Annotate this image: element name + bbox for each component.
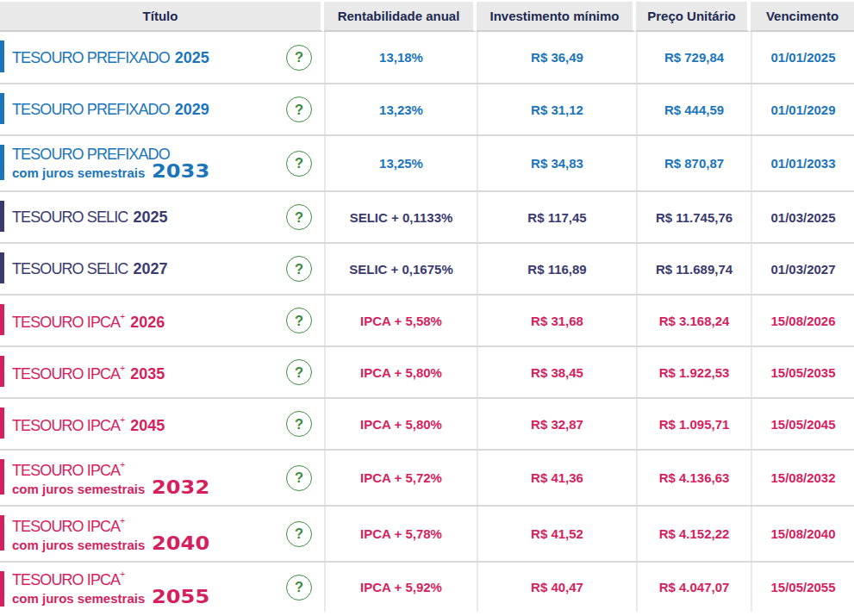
plus-superscript: + bbox=[120, 312, 125, 321]
help-icon[interactable]: ? bbox=[286, 204, 312, 230]
bond-year: 2025 bbox=[175, 49, 209, 66]
bond-row[interactable]: TESOURO PREFIXADO 2025?13,18%R$ 36,49R$ … bbox=[0, 32, 854, 83]
bond-year: 2045 bbox=[130, 417, 165, 434]
unit-price: R$ 4.152,22 bbox=[636, 507, 751, 561]
help-icon[interactable]: ? bbox=[286, 308, 312, 333]
plus-superscript: + bbox=[120, 364, 125, 373]
help-icon[interactable]: ? bbox=[286, 45, 312, 71]
unit-price: R$ 1.922,53 bbox=[636, 347, 751, 397]
annual-rate: 13,25% bbox=[324, 136, 477, 190]
bond-name: TESOURO PREFIXADO 2029 bbox=[0, 101, 209, 118]
row-accent-bar bbox=[0, 515, 4, 551]
row-accent-bar bbox=[0, 356, 4, 387]
bond-title-cell: TESOURO IPCA+ 2026? bbox=[0, 296, 324, 345]
plus-superscript: + bbox=[120, 460, 125, 470]
min-investment: R$ 116,89 bbox=[477, 244, 636, 294]
bond-row[interactable]: TESOURO IPCA+com juros semestrais 2055?I… bbox=[0, 561, 854, 616]
help-icon[interactable]: ? bbox=[286, 411, 312, 437]
unit-price: R$ 3.168,24 bbox=[636, 296, 751, 345]
bond-title-cell: TESOURO PREFIXADO 2025? bbox=[0, 32, 324, 83]
unit-price: R$ 1.095,71 bbox=[636, 399, 751, 449]
row-accent-bar bbox=[0, 40, 4, 72]
min-investment: R$ 32,87 bbox=[477, 399, 636, 449]
column-header-investimento: Investimento mínimo bbox=[477, 2, 636, 32]
bond-year: 2025 bbox=[133, 208, 167, 226]
bond-name: TESOURO IPCA+ 2045 bbox=[0, 414, 165, 434]
bond-year: 2055 bbox=[152, 588, 209, 606]
table-body: TESOURO PREFIXADO 2025?13,18%R$ 36,49R$ … bbox=[0, 32, 854, 616]
row-accent-bar bbox=[0, 201, 4, 232]
unit-price: R$ 11.689,74 bbox=[636, 244, 751, 294]
plus-superscript: + bbox=[120, 569, 125, 579]
bond-table: Título Rentabilidade anual Investimento … bbox=[0, 0, 854, 616]
bond-title-cell: TESOURO PREFIXADO 2029? bbox=[0, 84, 324, 134]
bond-row[interactable]: TESOURO SELIC 2025?SELIC + 0,1133%R$ 117… bbox=[0, 190, 854, 242]
maturity-date: 01/01/2033 bbox=[751, 136, 854, 190]
bond-row[interactable]: TESOURO PREFIXADOcom juros semestrais 20… bbox=[0, 134, 854, 190]
help-icon[interactable]: ? bbox=[286, 151, 312, 177]
bond-title-cell: TESOURO IPCA+com juros semestrais 2055? bbox=[0, 563, 324, 612]
unit-price: R$ 444,59 bbox=[636, 84, 751, 134]
maturity-date: 15/08/2032 bbox=[751, 451, 854, 505]
annual-rate: SELIC + 0,1133% bbox=[324, 192, 477, 242]
bond-name: TESOURO PREFIXADO 2025 bbox=[0, 49, 209, 66]
maturity-date: 15/08/2026 bbox=[751, 296, 854, 345]
help-icon[interactable]: ? bbox=[286, 359, 312, 385]
row-accent-bar bbox=[0, 408, 4, 439]
unit-price: R$ 4.136,63 bbox=[636, 451, 751, 505]
bond-subtitle: com juros semestrais 2055 bbox=[12, 588, 203, 607]
min-investment: R$ 31,12 bbox=[477, 84, 636, 134]
bond-row[interactable]: TESOURO IPCA+ 2026?IPCA + 5,58%R$ 31,68R… bbox=[0, 294, 854, 345]
min-investment: R$ 41,52 bbox=[477, 507, 636, 561]
bond-row[interactable]: TESOURO PREFIXADO 2029?13,23%R$ 31,12R$ … bbox=[0, 83, 854, 134]
min-investment: R$ 117,45 bbox=[477, 192, 636, 242]
row-accent-bar bbox=[0, 252, 4, 283]
bond-year: 2035 bbox=[130, 365, 165, 383]
annual-rate: SELIC + 0,1675% bbox=[324, 244, 477, 294]
unit-price: R$ 870,87 bbox=[636, 136, 751, 190]
bond-title-cell: TESOURO IPCA+ 2045? bbox=[0, 399, 324, 449]
row-accent-bar bbox=[0, 93, 4, 124]
bond-row[interactable]: TESOURO IPCA+com juros semestrais 2032?I… bbox=[0, 449, 854, 505]
unit-price: R$ 729,84 bbox=[636, 32, 751, 83]
annual-rate: 13,18% bbox=[324, 32, 477, 83]
annual-rate: 13,23% bbox=[324, 84, 477, 134]
help-icon[interactable]: ? bbox=[286, 96, 312, 122]
bond-name: TESOURO SELIC 2027 bbox=[0, 260, 167, 277]
bond-name: TESOURO PREFIXADOcom juros semestrais 20… bbox=[0, 146, 203, 182]
table-header: Título Rentabilidade anual Investimento … bbox=[0, 2, 854, 32]
min-investment: R$ 36,49 bbox=[477, 32, 636, 83]
maturity-date: 15/05/2055 bbox=[751, 563, 854, 612]
maturity-date: 15/08/2040 bbox=[751, 507, 854, 561]
maturity-date: 01/01/2025 bbox=[751, 32, 854, 83]
plus-superscript: + bbox=[120, 516, 125, 526]
bond-row[interactable]: TESOURO IPCA+ 2035?IPCA + 5,80%R$ 38,45R… bbox=[0, 345, 854, 397]
column-header-rentabilidade: Rentabilidade anual bbox=[324, 2, 477, 32]
bond-title-cell: TESOURO SELIC 2027? bbox=[0, 244, 324, 294]
bond-name: TESOURO IPCA+ 2026 bbox=[0, 310, 165, 331]
maturity-date: 15/05/2045 bbox=[751, 399, 854, 449]
row-accent-bar bbox=[0, 145, 4, 180]
bond-subtitle: com juros semestrais 2033 bbox=[12, 163, 203, 182]
min-investment: R$ 34,83 bbox=[477, 136, 636, 190]
bond-name: TESOURO IPCA+ 2035 bbox=[0, 362, 165, 383]
help-icon[interactable]: ? bbox=[286, 256, 312, 282]
row-accent-bar bbox=[0, 459, 4, 495]
column-header-preco: Preço Unitário bbox=[636, 2, 751, 32]
bond-row[interactable]: TESOURO SELIC 2027?SELIC + 0,1675%R$ 116… bbox=[0, 242, 854, 294]
help-icon[interactable]: ? bbox=[286, 521, 312, 547]
min-investment: R$ 38,45 bbox=[477, 347, 636, 397]
help-icon[interactable]: ? bbox=[286, 575, 312, 600]
unit-price: R$ 11.745,76 bbox=[636, 192, 751, 242]
unit-price: R$ 4.047,07 bbox=[636, 563, 751, 612]
bond-title-cell: TESOURO PREFIXADOcom juros semestrais 20… bbox=[0, 136, 324, 190]
bond-title-cell: TESOURO IPCA+com juros semestrais 2040? bbox=[0, 507, 324, 561]
min-investment: R$ 31,68 bbox=[477, 296, 636, 345]
maturity-date: 01/03/2027 bbox=[751, 244, 854, 294]
maturity-date: 01/03/2025 bbox=[751, 192, 854, 242]
bond-row[interactable]: TESOURO IPCA+ 2045?IPCA + 5,80%R$ 32,87R… bbox=[0, 397, 854, 449]
help-icon[interactable]: ? bbox=[286, 465, 312, 491]
bond-row[interactable]: TESOURO IPCA+com juros semestrais 2040?I… bbox=[0, 505, 854, 561]
bond-subtitle: com juros semestrais 2032 bbox=[12, 479, 203, 498]
min-investment: R$ 41,36 bbox=[477, 451, 636, 505]
